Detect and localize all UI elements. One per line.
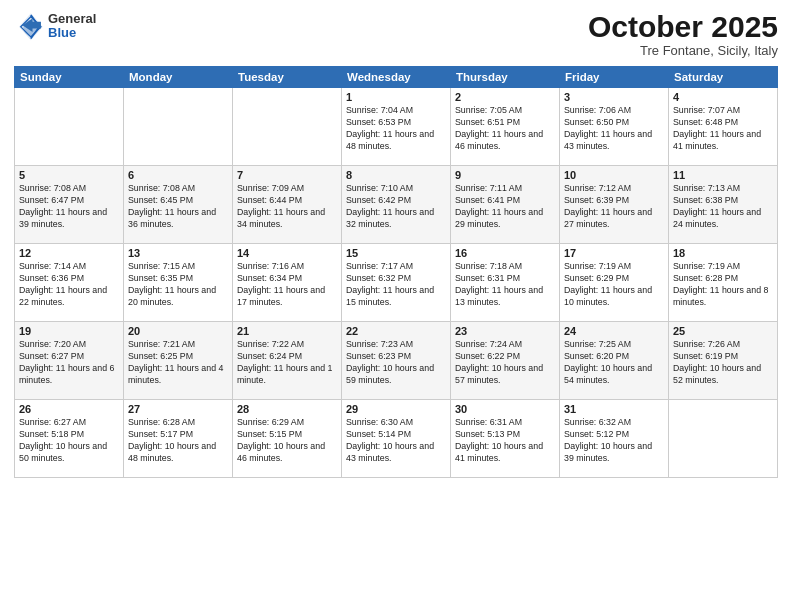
day-number: 5 [19, 169, 119, 181]
day-info: Sunrise: 7:22 AM Sunset: 6:24 PM Dayligh… [237, 339, 337, 387]
day-info: Sunrise: 7:07 AM Sunset: 6:48 PM Dayligh… [673, 105, 773, 153]
day-number: 10 [564, 169, 664, 181]
col-sunday: Sunday [15, 67, 124, 88]
day-info: Sunrise: 7:26 AM Sunset: 6:19 PM Dayligh… [673, 339, 773, 387]
day-number: 28 [237, 403, 337, 415]
page: General Blue October 2025 Tre Fontane, S… [0, 0, 792, 612]
day-number: 26 [19, 403, 119, 415]
col-thursday: Thursday [451, 67, 560, 88]
calendar-cell: 26Sunrise: 6:27 AM Sunset: 5:18 PM Dayli… [15, 400, 124, 478]
calendar-cell: 5Sunrise: 7:08 AM Sunset: 6:47 PM Daylig… [15, 166, 124, 244]
calendar-cell: 6Sunrise: 7:08 AM Sunset: 6:45 PM Daylig… [124, 166, 233, 244]
day-info: Sunrise: 7:09 AM Sunset: 6:44 PM Dayligh… [237, 183, 337, 231]
day-number: 29 [346, 403, 446, 415]
day-info: Sunrise: 7:23 AM Sunset: 6:23 PM Dayligh… [346, 339, 446, 387]
month-title: October 2025 [588, 10, 778, 43]
calendar-cell: 29Sunrise: 6:30 AM Sunset: 5:14 PM Dayli… [342, 400, 451, 478]
calendar-cell: 19Sunrise: 7:20 AM Sunset: 6:27 PM Dayli… [15, 322, 124, 400]
calendar-cell: 11Sunrise: 7:13 AM Sunset: 6:38 PM Dayli… [669, 166, 778, 244]
calendar-cell: 2Sunrise: 7:05 AM Sunset: 6:51 PM Daylig… [451, 88, 560, 166]
day-number: 14 [237, 247, 337, 259]
day-number: 22 [346, 325, 446, 337]
calendar-cell: 3Sunrise: 7:06 AM Sunset: 6:50 PM Daylig… [560, 88, 669, 166]
day-number: 4 [673, 91, 773, 103]
calendar-cell [15, 88, 124, 166]
calendar-cell: 18Sunrise: 7:19 AM Sunset: 6:28 PM Dayli… [669, 244, 778, 322]
calendar-cell: 1Sunrise: 7:04 AM Sunset: 6:53 PM Daylig… [342, 88, 451, 166]
day-info: Sunrise: 7:12 AM Sunset: 6:39 PM Dayligh… [564, 183, 664, 231]
calendar-table: Sunday Monday Tuesday Wednesday Thursday… [14, 66, 778, 478]
calendar-cell: 22Sunrise: 7:23 AM Sunset: 6:23 PM Dayli… [342, 322, 451, 400]
day-info: Sunrise: 7:17 AM Sunset: 6:32 PM Dayligh… [346, 261, 446, 309]
day-info: Sunrise: 7:18 AM Sunset: 6:31 PM Dayligh… [455, 261, 555, 309]
calendar-cell: 25Sunrise: 7:26 AM Sunset: 6:19 PM Dayli… [669, 322, 778, 400]
day-number: 30 [455, 403, 555, 415]
calendar-cell: 10Sunrise: 7:12 AM Sunset: 6:39 PM Dayli… [560, 166, 669, 244]
col-saturday: Saturday [669, 67, 778, 88]
day-info: Sunrise: 7:19 AM Sunset: 6:28 PM Dayligh… [673, 261, 773, 309]
day-number: 24 [564, 325, 664, 337]
day-number: 1 [346, 91, 446, 103]
calendar-cell: 30Sunrise: 6:31 AM Sunset: 5:13 PM Dayli… [451, 400, 560, 478]
day-number: 3 [564, 91, 664, 103]
calendar-cell: 4Sunrise: 7:07 AM Sunset: 6:48 PM Daylig… [669, 88, 778, 166]
calendar-cell [233, 88, 342, 166]
calendar-cell: 16Sunrise: 7:18 AM Sunset: 6:31 PM Dayli… [451, 244, 560, 322]
calendar-week-1: 1Sunrise: 7:04 AM Sunset: 6:53 PM Daylig… [15, 88, 778, 166]
day-number: 7 [237, 169, 337, 181]
calendar-cell: 17Sunrise: 7:19 AM Sunset: 6:29 PM Dayli… [560, 244, 669, 322]
calendar-cell: 23Sunrise: 7:24 AM Sunset: 6:22 PM Dayli… [451, 322, 560, 400]
day-info: Sunrise: 7:06 AM Sunset: 6:50 PM Dayligh… [564, 105, 664, 153]
calendar-week-4: 19Sunrise: 7:20 AM Sunset: 6:27 PM Dayli… [15, 322, 778, 400]
day-number: 31 [564, 403, 664, 415]
day-info: Sunrise: 7:16 AM Sunset: 6:34 PM Dayligh… [237, 261, 337, 309]
calendar-cell [124, 88, 233, 166]
calendar-cell: 28Sunrise: 6:29 AM Sunset: 5:15 PM Dayli… [233, 400, 342, 478]
day-info: Sunrise: 7:08 AM Sunset: 6:47 PM Dayligh… [19, 183, 119, 231]
col-friday: Friday [560, 67, 669, 88]
day-info: Sunrise: 7:08 AM Sunset: 6:45 PM Dayligh… [128, 183, 228, 231]
logo-general: General [48, 12, 96, 26]
day-number: 18 [673, 247, 773, 259]
day-info: Sunrise: 7:11 AM Sunset: 6:41 PM Dayligh… [455, 183, 555, 231]
day-number: 15 [346, 247, 446, 259]
day-number: 25 [673, 325, 773, 337]
day-info: Sunrise: 7:15 AM Sunset: 6:35 PM Dayligh… [128, 261, 228, 309]
day-number: 12 [19, 247, 119, 259]
calendar-cell [669, 400, 778, 478]
calendar-cell: 31Sunrise: 6:32 AM Sunset: 5:12 PM Dayli… [560, 400, 669, 478]
col-monday: Monday [124, 67, 233, 88]
day-number: 16 [455, 247, 555, 259]
logo-blue: Blue [48, 26, 96, 40]
day-number: 20 [128, 325, 228, 337]
day-info: Sunrise: 7:04 AM Sunset: 6:53 PM Dayligh… [346, 105, 446, 153]
day-info: Sunrise: 7:10 AM Sunset: 6:42 PM Dayligh… [346, 183, 446, 231]
col-wednesday: Wednesday [342, 67, 451, 88]
calendar-week-5: 26Sunrise: 6:27 AM Sunset: 5:18 PM Dayli… [15, 400, 778, 478]
day-info: Sunrise: 7:05 AM Sunset: 6:51 PM Dayligh… [455, 105, 555, 153]
location-subtitle: Tre Fontane, Sicily, Italy [588, 43, 778, 58]
day-number: 13 [128, 247, 228, 259]
day-number: 17 [564, 247, 664, 259]
day-number: 19 [19, 325, 119, 337]
calendar-cell: 13Sunrise: 7:15 AM Sunset: 6:35 PM Dayli… [124, 244, 233, 322]
title-block: October 2025 Tre Fontane, Sicily, Italy [588, 10, 778, 58]
day-info: Sunrise: 6:27 AM Sunset: 5:18 PM Dayligh… [19, 417, 119, 465]
calendar-cell: 20Sunrise: 7:21 AM Sunset: 6:25 PM Dayli… [124, 322, 233, 400]
calendar-cell: 9Sunrise: 7:11 AM Sunset: 6:41 PM Daylig… [451, 166, 560, 244]
day-info: Sunrise: 7:19 AM Sunset: 6:29 PM Dayligh… [564, 261, 664, 309]
day-info: Sunrise: 7:14 AM Sunset: 6:36 PM Dayligh… [19, 261, 119, 309]
day-info: Sunrise: 7:21 AM Sunset: 6:25 PM Dayligh… [128, 339, 228, 387]
day-info: Sunrise: 6:30 AM Sunset: 5:14 PM Dayligh… [346, 417, 446, 465]
day-number: 6 [128, 169, 228, 181]
day-info: Sunrise: 7:20 AM Sunset: 6:27 PM Dayligh… [19, 339, 119, 387]
day-info: Sunrise: 6:29 AM Sunset: 5:15 PM Dayligh… [237, 417, 337, 465]
logo-icon [14, 10, 46, 42]
day-info: Sunrise: 7:24 AM Sunset: 6:22 PM Dayligh… [455, 339, 555, 387]
day-info: Sunrise: 7:13 AM Sunset: 6:38 PM Dayligh… [673, 183, 773, 231]
calendar-cell: 8Sunrise: 7:10 AM Sunset: 6:42 PM Daylig… [342, 166, 451, 244]
calendar-cell: 14Sunrise: 7:16 AM Sunset: 6:34 PM Dayli… [233, 244, 342, 322]
day-number: 9 [455, 169, 555, 181]
day-info: Sunrise: 6:32 AM Sunset: 5:12 PM Dayligh… [564, 417, 664, 465]
col-tuesday: Tuesday [233, 67, 342, 88]
